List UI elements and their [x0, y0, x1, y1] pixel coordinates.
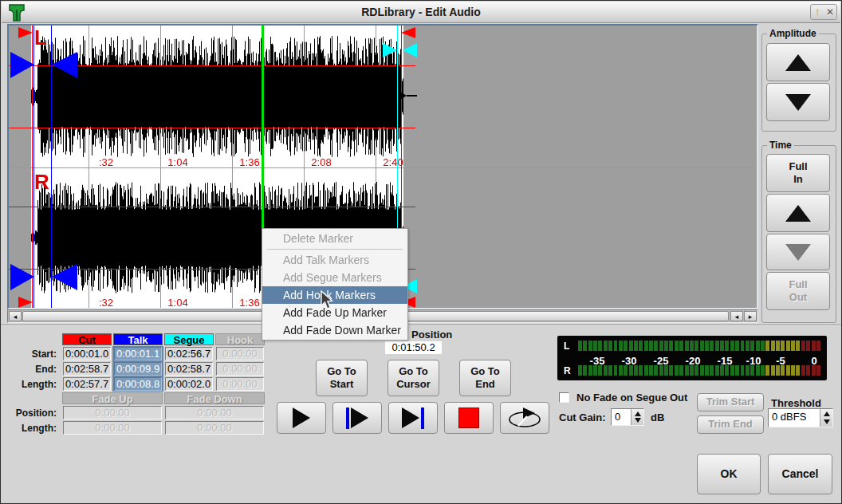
- fade-down-header: Fade Down: [164, 392, 265, 404]
- scroll-right-icon[interactable]: ▸: [744, 311, 757, 321]
- hook-length-value: 0:00:00: [216, 377, 264, 391]
- loop-icon: [506, 407, 544, 429]
- spin-down-icon[interactable]: [635, 418, 641, 423]
- fade-up-header: Fade Up: [62, 392, 163, 404]
- time-tick: 2:40: [383, 156, 403, 168]
- window-controls: ↑ ✕: [810, 4, 837, 20]
- play-from-button[interactable]: [332, 402, 382, 434]
- fade-up-position-value: 0:00:00: [63, 406, 162, 419]
- cut-gain-label: Cut Gain:: [559, 411, 606, 423]
- scroll-left-icon[interactable]: ◂: [730, 311, 743, 321]
- segue-start-value[interactable]: 0:02:56.7: [165, 347, 213, 360]
- time-zoom-out-button[interactable]: [766, 234, 830, 270]
- time-tick: 1:36: [239, 156, 259, 168]
- amplitude-group-title: Amplitude: [767, 28, 819, 39]
- talk-start-value[interactable]: 0:00:01.1: [114, 347, 162, 360]
- fade-up-length-value: 0:00:00: [63, 421, 162, 435]
- menu-item-add-talk-markers: Add Talk Markers: [262, 251, 407, 269]
- amplitude-group: Amplitude: [761, 28, 836, 132]
- end-row-label: End:: [4, 364, 61, 375]
- talk-length-value[interactable]: 0:00:08.8: [114, 377, 162, 391]
- position-label: Position: [411, 329, 452, 341]
- play-from-icon: [346, 408, 349, 429]
- down-arrow-icon: [785, 244, 811, 261]
- length-row-label: Length:: [4, 379, 61, 390]
- meter-scale-tick: 0: [811, 355, 816, 367]
- menu-item-delete-marker: Delete Marker: [262, 230, 407, 247]
- spin-down-icon[interactable]: [824, 419, 830, 424]
- cut-start-value[interactable]: 0:00:01.0: [63, 347, 111, 360]
- cut-gain-value[interactable]: 0: [612, 409, 631, 425]
- time-tick: :32: [99, 297, 113, 309]
- meter-scale-tick: -35: [590, 355, 605, 367]
- meter-scale-tick: -15: [718, 355, 733, 367]
- start-row-label: Start:: [4, 348, 61, 360]
- segue-end-value[interactable]: 0:02:58.7: [165, 362, 213, 376]
- talk-header-button[interactable]: Talk: [113, 333, 163, 345]
- up-arrow-icon: [785, 54, 811, 71]
- titlebar[interactable]: RDLibrary - Edit Audio ↑ ✕: [2, 2, 840, 23]
- spin-up-icon[interactable]: [635, 411, 641, 416]
- play-to-button[interactable]: [388, 402, 438, 434]
- menu-item-add-fade-up-marker[interactable]: Add Fade Up Marker: [262, 304, 407, 321]
- position-row-label: Position:: [4, 408, 61, 419]
- meter-scale-tick: -30: [622, 355, 637, 367]
- go-to-start-button[interactable]: Go To Start: [316, 360, 368, 396]
- right-channel-label: R: [34, 171, 49, 192]
- time-group: Time Full In Full Out: [761, 140, 836, 323]
- trim-start-button: Trim Start: [697, 393, 764, 411]
- time-tick: 1:04: [167, 156, 187, 168]
- threshold-label: Threshold: [771, 397, 821, 409]
- menu-separator: [267, 249, 403, 250]
- section-divider: [1, 325, 842, 326]
- play-to-icon: [402, 408, 419, 428]
- fade-down-position-value: 0:00:00: [165, 406, 264, 419]
- marker-context-menu: Delete Marker Add Talk Markers Add Segue…: [262, 228, 408, 341]
- cut-end-value[interactable]: 0:02:58.7: [63, 362, 111, 376]
- segue-header-button[interactable]: Segue: [164, 333, 214, 345]
- amplitude-down-button[interactable]: [766, 83, 830, 121]
- time-full-in-button[interactable]: Full In: [766, 154, 830, 192]
- cut-header-button[interactable]: Cut: [62, 333, 112, 345]
- menu-item-add-fade-down-marker[interactable]: Add Fade Down Marker: [262, 321, 407, 339]
- window-title: RDLibrary - Edit Audio: [2, 6, 840, 18]
- cut-length-value[interactable]: 0:02:57.7: [63, 377, 111, 391]
- mouse-cursor-icon: [321, 290, 335, 311]
- cancel-button[interactable]: Cancel: [768, 454, 832, 494]
- menu-item-add-segue-markers: Add Segue Markers: [262, 269, 407, 286]
- time-tick: :32: [99, 156, 113, 168]
- no-fade-label: No Fade on Segue Out: [576, 392, 687, 404]
- time-tick: 1:04: [167, 297, 187, 309]
- time-zoom-in-button[interactable]: [766, 194, 830, 232]
- spin-up-icon[interactable]: [824, 411, 830, 416]
- meter-scale-tick: -5: [776, 355, 785, 367]
- talk-end-value[interactable]: 0:00:09.9: [114, 362, 162, 376]
- cut-gain-spinbox[interactable]: 0: [611, 408, 644, 426]
- audio-meter: L R -35 -30 -25 -20 -15 -10 -5 0: [557, 336, 827, 380]
- threshold-value[interactable]: 0 dBFS: [769, 409, 820, 427]
- amplitude-up-button[interactable]: [766, 43, 830, 81]
- position-value: 0:01:50.2: [385, 341, 442, 354]
- stop-button[interactable]: [444, 402, 494, 434]
- go-to-end-button[interactable]: Go To End: [459, 360, 511, 396]
- meter-bar-left: [578, 341, 820, 351]
- go-to-cursor-button[interactable]: Go To Cursor: [388, 360, 439, 396]
- time-group-title: Time: [767, 140, 794, 151]
- cut-gain-unit: dB: [651, 411, 664, 423]
- close-window-icon[interactable]: ✕: [824, 5, 836, 19]
- left-channel-label: L: [34, 27, 47, 48]
- loop-button[interactable]: [500, 402, 549, 434]
- trim-end-button: Trim End: [697, 415, 764, 434]
- time-tick: 1:36: [239, 297, 259, 309]
- play-button[interactable]: [277, 402, 326, 434]
- edit-audio-dialog: RDLibrary - Edit Audio ↑ ✕ L R :32 1:04 …: [0, 0, 842, 504]
- no-fade-checkbox[interactable]: [559, 392, 569, 403]
- shade-window-icon[interactable]: ↑: [811, 5, 824, 19]
- scroll-left-icon[interactable]: ◂: [9, 311, 22, 321]
- segue-length-value[interactable]: 0:00:02.0: [165, 377, 213, 391]
- hook-start-value: 0:00:00: [216, 347, 264, 360]
- marker-table: Cut Talk Segue Hook Start: 0:00:01.0 0:0…: [4, 333, 267, 435]
- ok-button[interactable]: OK: [697, 454, 761, 494]
- menu-item-add-hook-markers[interactable]: Add Hook Markers: [262, 286, 407, 304]
- threshold-spinbox[interactable]: 0 dBFS: [768, 408, 833, 427]
